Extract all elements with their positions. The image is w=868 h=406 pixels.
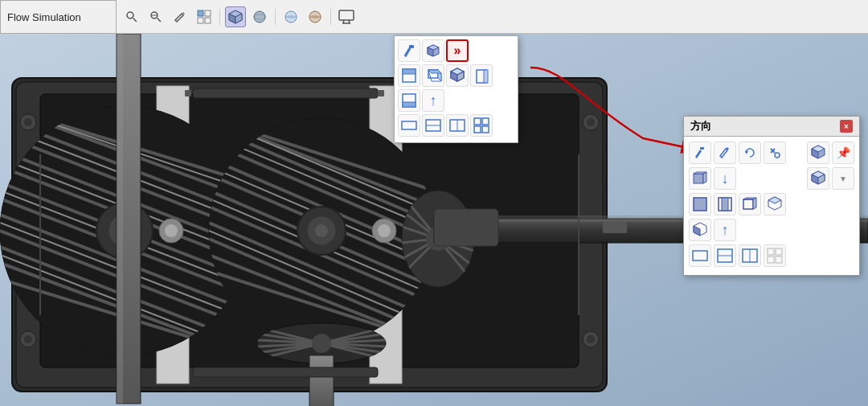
- sphere-icon[interactable]: [249, 6, 270, 27]
- svg-marker-165: [753, 198, 756, 209]
- svg-rect-6: [205, 10, 211, 16]
- popup-arrow-up-icon[interactable]: ↑: [422, 89, 444, 112]
- dir-tool2-icon[interactable]: [764, 141, 786, 164]
- popup-rect2-icon[interactable]: [422, 114, 444, 137]
- pencil-icon[interactable]: [170, 6, 190, 27]
- svg-line-1: [133, 18, 137, 22]
- popup-cube-bottom-icon[interactable]: [398, 89, 420, 112]
- popup-cube-iso-icon[interactable]: [446, 64, 469, 87]
- popup-brush-icon[interactable]: [398, 39, 420, 62]
- svg-rect-104: [603, 222, 627, 233]
- separator-1: [219, 9, 220, 25]
- search-icon[interactable]: [121, 6, 142, 27]
- search2-icon[interactable]: [145, 6, 166, 27]
- dir-pencil-icon[interactable]: [714, 141, 736, 164]
- svg-rect-120: [409, 45, 414, 48]
- svg-rect-146: [482, 126, 489, 133]
- svg-rect-175: [768, 248, 774, 255]
- dir-view-rect2-icon[interactable]: [714, 244, 736, 267]
- dir-face4-icon[interactable]: [764, 193, 786, 215]
- svg-marker-169: [694, 226, 700, 236]
- svg-point-118: [378, 224, 391, 237]
- dir-face1-icon[interactable]: [689, 193, 711, 215]
- globe-icon[interactable]: [280, 6, 301, 27]
- dir-cube-iso-icon[interactable]: [807, 167, 829, 190]
- svg-point-13: [254, 11, 265, 23]
- svg-rect-112: [185, 90, 191, 96]
- direction-panel-title-text: 方向: [690, 119, 711, 133]
- svg-point-30: [587, 118, 595, 126]
- direction-panel-row-3: [689, 193, 854, 215]
- svg-rect-125: [403, 69, 416, 74]
- dir-face2-icon[interactable]: [714, 193, 736, 215]
- view-cube-icon[interactable]: [225, 6, 246, 27]
- popup-row-1: »: [398, 39, 514, 62]
- dir-pin-icon[interactable]: 📌: [832, 141, 854, 164]
- svg-rect-103: [434, 209, 498, 246]
- svg-rect-176: [776, 248, 782, 255]
- dir-view-grid-icon: [764, 244, 786, 267]
- direction-panel-row-1: 📌: [689, 141, 854, 164]
- dir-brush-icon[interactable]: [689, 141, 711, 164]
- popup-cube-icon[interactable]: [422, 39, 444, 62]
- popup-cube-front-icon[interactable]: [422, 64, 444, 87]
- svg-rect-170: [693, 251, 707, 260]
- svg-rect-147: [700, 147, 704, 150]
- dir-cube-front-icon[interactable]: [689, 167, 711, 190]
- svg-rect-162: [722, 198, 728, 211]
- popup-cube-right-icon[interactable]: [470, 64, 493, 87]
- direction-panel-body: 📌 ↓: [684, 137, 859, 275]
- separator-3: [330, 9, 331, 25]
- svg-rect-135: [484, 70, 488, 83]
- dir-view-rect3-icon[interactable]: [739, 244, 761, 267]
- svg-rect-114: [193, 367, 378, 377]
- svg-rect-7: [198, 18, 203, 23]
- svg-rect-137: [403, 102, 416, 107]
- svg-point-91: [312, 334, 331, 353]
- svg-marker-129: [428, 70, 441, 73]
- direction-panel-title: 方向 ×: [684, 117, 859, 137]
- globe2-icon[interactable]: [305, 6, 326, 27]
- dir-cube-icon[interactable]: [807, 141, 829, 164]
- direction-panel-row-4: ↑: [689, 219, 854, 241]
- svg-rect-107: [117, 34, 123, 404]
- separator-2: [275, 9, 276, 25]
- svg-marker-155: [694, 172, 706, 174]
- dir-dropdown-icon[interactable]: ▼: [832, 167, 854, 190]
- dir-view-rect1-icon[interactable]: [689, 244, 711, 267]
- svg-point-28: [24, 335, 32, 343]
- svg-rect-160: [694, 198, 706, 211]
- popup-rect1-icon[interactable]: [398, 114, 420, 137]
- svg-rect-17: [339, 10, 354, 20]
- dir-cube-single-icon[interactable]: [689, 219, 711, 241]
- svg-rect-164: [743, 199, 753, 209]
- popup-row-4: [398, 114, 514, 137]
- popup-grid-icon[interactable]: [470, 114, 493, 137]
- popup-rect3-icon[interactable]: [446, 114, 469, 137]
- svg-point-149: [775, 153, 780, 158]
- dir-arrow-down-icon[interactable]: ↓: [714, 167, 736, 190]
- dir-rotate-icon[interactable]: [739, 141, 761, 164]
- svg-point-116: [165, 224, 178, 237]
- svg-point-0: [127, 12, 133, 18]
- svg-rect-177: [768, 256, 774, 263]
- svg-rect-111: [193, 88, 378, 98]
- viewport: »: [0, 34, 868, 406]
- popup-expand-icon[interactable]: »: [446, 39, 469, 62]
- monitor-icon[interactable]: [336, 6, 357, 27]
- direction-panel: 方向 ×: [683, 116, 860, 276]
- svg-rect-143: [474, 118, 481, 125]
- svg-rect-145: [474, 126, 481, 133]
- svg-rect-5: [198, 10, 203, 16]
- svg-rect-138: [402, 121, 416, 129]
- svg-rect-153: [694, 174, 703, 183]
- popup-row-2: [398, 64, 514, 87]
- grid-view-icon[interactable]: [194, 6, 215, 27]
- dir-face3-icon[interactable]: [739, 193, 761, 215]
- dir-arrow-up2-icon[interactable]: ↑: [714, 219, 736, 241]
- svg-point-26: [24, 118, 32, 126]
- direction-panel-close-button[interactable]: ×: [840, 120, 853, 133]
- popup-cube-top-icon[interactable]: [398, 64, 420, 87]
- svg-rect-108: [309, 355, 334, 406]
- svg-rect-144: [482, 118, 489, 125]
